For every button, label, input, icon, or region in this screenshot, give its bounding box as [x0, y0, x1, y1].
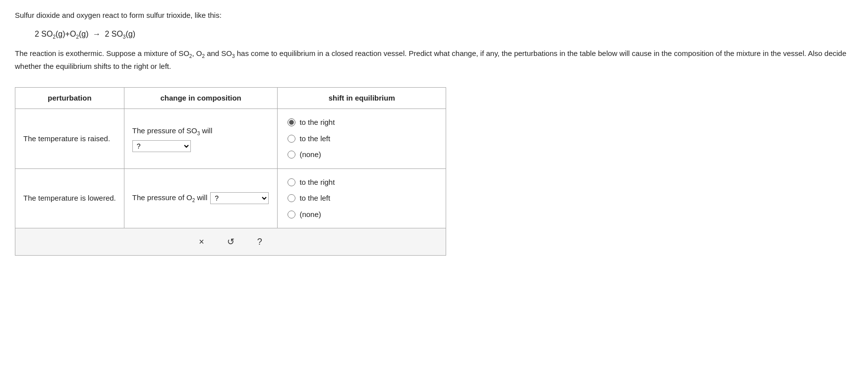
composition-prefix-1: The pressure of SO3 will [132, 125, 212, 137]
header-composition: change in composition [124, 87, 278, 109]
description-text: The reaction is exothermic. Suppose a mi… [15, 48, 853, 72]
equilibrium-options-1: to the right to the left (none) [278, 109, 446, 169]
radio-left-1[interactable]: to the left [288, 133, 436, 145]
radio-none-1[interactable]: (none) [288, 149, 436, 161]
radio-none-2[interactable]: (none) [288, 209, 436, 220]
radio-label-left-1: to the left [299, 133, 330, 145]
composition-prefix-2: The pressure of O2 will [132, 192, 207, 204]
radio-input-left-2[interactable] [288, 194, 295, 202]
composition-2: The pressure of O2 will ? increase decre… [124, 168, 278, 228]
radio-left-2[interactable]: to the left [288, 193, 436, 204]
radio-label-none-2: (none) [299, 209, 321, 220]
radio-right-1[interactable]: to the right [288, 117, 436, 128]
composition-dropdown-2[interactable]: ? increase decrease stay the same [210, 192, 269, 204]
intro-text: Sulfur dioxide and oxygen react to form … [15, 10, 853, 21]
radio-input-right-2[interactable] [288, 178, 295, 186]
radio-right-2[interactable]: to the right [288, 177, 436, 188]
radio-label-none-1: (none) [299, 149, 321, 161]
bottom-toolbar: × ↺ ? [15, 228, 446, 256]
equation: 2 SO2(g)+O2(g) → 2 SO3(g) [35, 28, 853, 41]
composition-1: The pressure of SO3 will ? increase decr… [124, 109, 278, 169]
radio-input-right-1[interactable] [288, 118, 295, 126]
table-row: The temperature is raised. The pressure … [15, 109, 446, 169]
radio-label-right-1: to the right [299, 117, 335, 128]
radio-input-none-2[interactable] [288, 211, 295, 218]
perturbation-1: The temperature is raised. [15, 109, 124, 169]
header-equilibrium: shift in equilibrium [278, 87, 446, 109]
radio-input-left-1[interactable] [288, 135, 295, 143]
radio-label-right-2: to the right [299, 177, 335, 188]
equilibrium-table: perturbation change in composition shift… [15, 87, 446, 229]
reset-button[interactable]: ↺ [223, 234, 238, 249]
radio-label-left-2: to the left [299, 193, 330, 204]
header-perturbation: perturbation [15, 87, 124, 109]
composition-dropdown-1[interactable]: ? increase decrease stay the same [132, 140, 191, 152]
radio-input-none-1[interactable] [288, 151, 295, 159]
table-row: The temperature is lowered. The pressure… [15, 168, 446, 228]
help-button[interactable]: ? [253, 235, 266, 249]
clear-button[interactable]: × [195, 235, 208, 249]
equilibrium-options-2: to the right to the left (none) [278, 168, 446, 228]
perturbation-2: The temperature is lowered. [15, 168, 124, 228]
